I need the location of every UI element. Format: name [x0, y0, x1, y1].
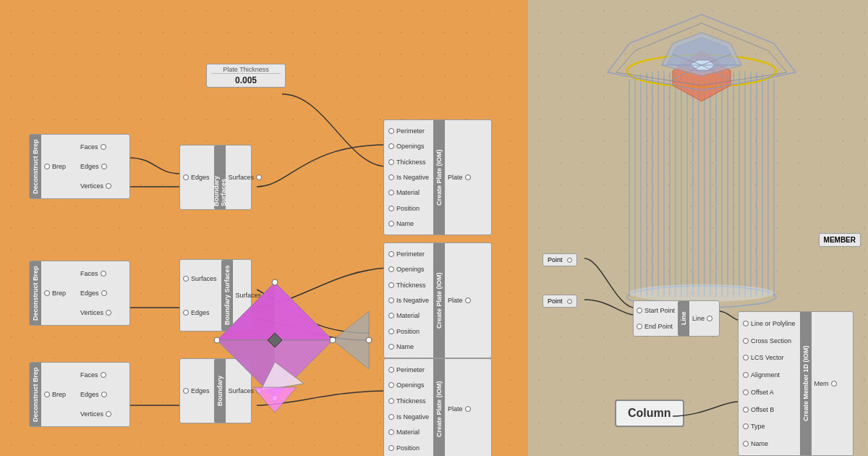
cp3-perimeter: Perimeter	[388, 366, 429, 373]
cm-align-dot	[743, 372, 749, 378]
db2-brep-dot	[44, 290, 50, 296]
bs1-edges-dot	[183, 174, 189, 180]
faces-port: Faces	[80, 143, 111, 151]
bs1-edges-input: Edges	[183, 174, 210, 181]
decon-brep-1-outputs: Faces Edges Vertices	[77, 135, 114, 198]
column-lines	[629, 71, 774, 297]
cp3-isneg-dot	[388, 414, 394, 420]
decon-brep-2-label: Deconstruct Brep	[30, 261, 41, 325]
cm-linepolyline: Line or Polyline	[743, 320, 796, 327]
cp2-name-dot	[388, 344, 394, 350]
cm-alignment: Alignment	[743, 371, 796, 379]
cp1-label: Create Plate (IOM)	[433, 120, 445, 235]
viewport-panel[interactable]: MEMBER Point Point Start Point End Point	[528, 0, 868, 456]
node-graph-panel[interactable]: Plate Thickness 0.005 Deconstruct Brep B…	[0, 0, 528, 456]
cp2-mat-dot	[388, 313, 394, 318]
svg-marker-12	[253, 387, 297, 413]
point-1-out-dot	[567, 258, 572, 263]
db3-brep-dot	[44, 392, 50, 397]
faces-dot	[101, 144, 106, 150]
svg-point-8	[214, 337, 220, 343]
boundary-surfaces-1[interactable]: Edges Boundary Surfaces Surfaces	[179, 145, 252, 210]
cp2-output: Plate	[445, 243, 474, 358]
cm-label: Create Member 1D (IOM)	[800, 312, 812, 455]
decon-brep-1[interactable]: Deconstruct Brep Brep Faces Edges Vertic…	[29, 134, 130, 199]
svg-marker-4	[333, 311, 369, 369]
line-start-port: Start Point	[637, 307, 675, 314]
cp1-inputs: Perimeter Openings Thickness Is Negative…	[384, 120, 433, 235]
cm-inputs: Line or Polyline Cross Section LCS Vecto…	[739, 312, 800, 455]
create-member-node[interactable]: Line or Polyline Cross Section LCS Vecto…	[738, 311, 854, 456]
cp1-per-dot	[388, 128, 394, 134]
db2-vertices-dot	[106, 310, 111, 316]
decon-brep-3[interactable]: Deconstruct Brep Brep Faces Edges Vertic…	[29, 362, 130, 427]
cp1-name-dot	[388, 221, 394, 227]
edges-dot	[101, 164, 107, 169]
decon-brep-3-input: Brep	[41, 363, 77, 426]
cp2-thickness: Thickness	[388, 282, 429, 289]
line-end-dot	[637, 324, 642, 329]
svg-point-53	[629, 284, 774, 302]
cp3-plate-dot	[465, 406, 471, 412]
cp2-position: Position	[388, 328, 429, 335]
vertices-port: Vertices	[80, 182, 111, 190]
svg-point-7	[272, 279, 278, 285]
cp3-material: Material	[388, 428, 429, 436]
decon-brep-1-input: Brep	[41, 135, 77, 198]
plate-thickness-value: 0.005	[211, 75, 281, 85]
cm-oa-dot	[743, 389, 749, 395]
point-2-out-dot	[567, 299, 572, 304]
cm-mem-dot	[831, 381, 837, 387]
db3-brep-input: Brep	[44, 391, 76, 398]
line-label: Line	[678, 301, 689, 336]
decon-brep-2[interactable]: Deconstruct Brep Brep Faces Edges Vertic…	[29, 261, 130, 326]
decon-brep-1-label: Deconstruct Brep	[30, 135, 41, 198]
point-node-2[interactable]: Point	[542, 295, 577, 308]
create-plate-1[interactable]: Perimeter Openings Thickness Is Negative…	[383, 119, 492, 235]
point-node-1[interactable]: Point	[542, 253, 577, 266]
cp1-plate-dot	[465, 174, 471, 180]
db3-faces-dot	[101, 372, 106, 378]
cm-offsetb: Offset B	[743, 406, 796, 413]
cm-name-dot	[743, 441, 749, 447]
db2-edges: Edges	[80, 290, 111, 297]
cp2-perimeter: Perimeter	[388, 250, 429, 258]
main-container: Plate Thickness 0.005 Deconstruct Brep B…	[0, 0, 868, 456]
cm-offseta: Offset A	[743, 389, 796, 396]
cm-cs-dot	[743, 338, 749, 344]
cp3-thickness: Thickness	[388, 397, 429, 405]
member-badge: MEMBER	[819, 233, 861, 247]
cp3-per-dot	[388, 367, 394, 373]
cp3-open-dot	[388, 382, 394, 388]
line-start-dot	[637, 308, 642, 313]
cp1-thick-dot	[388, 159, 394, 165]
cp3-isneg: Is Negative	[388, 413, 429, 421]
cm-output: Mem	[812, 312, 840, 455]
cp1-isneg: Is Negative	[388, 174, 429, 181]
line-node[interactable]: Start Point End Point Line Line	[633, 300, 720, 337]
cp1-plate-out: Plate	[448, 174, 471, 181]
cm-type-dot	[743, 423, 749, 429]
cp3-output: Plate	[445, 359, 474, 456]
cp1-position: Position	[388, 205, 429, 212]
line-out-dot	[707, 316, 712, 321]
cp2-open-dot	[388, 266, 394, 272]
cm-lcs-dot	[743, 355, 749, 360]
cp3-pos-dot	[388, 445, 394, 451]
edges-port: Edges	[80, 163, 111, 170]
point-1-label: Point	[548, 256, 563, 263]
cp2-isneg-dot	[388, 297, 394, 303]
cm-name: Name	[743, 440, 796, 447]
column-box: Column	[615, 400, 684, 427]
plate-thickness-node[interactable]: Plate Thickness 0.005	[206, 64, 286, 88]
cm-mem-out: Mem	[814, 380, 837, 387]
create-plate-2[interactable]: Perimeter Openings Thickness Is Negative…	[383, 242, 492, 358]
db2-vertices: Vertices	[80, 309, 111, 316]
cp2-openings: Openings	[388, 266, 429, 273]
db3-edges-dot	[101, 392, 107, 397]
create-plate-3[interactable]: Perimeter Openings Thickness Is Negative…	[383, 358, 492, 456]
decon-brep-3-outputs: Faces Edges Vertices	[77, 363, 114, 426]
cm-type: Type	[743, 423, 796, 430]
cp2-thick-dot	[388, 282, 394, 288]
cp1-isneg-dot	[388, 174, 394, 180]
